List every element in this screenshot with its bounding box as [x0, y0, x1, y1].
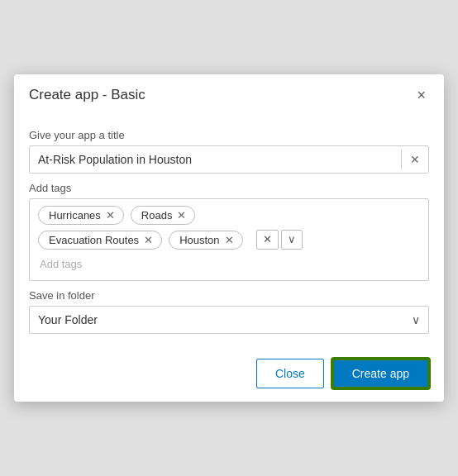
tags-row-2: Evacuation Routes ✕ Houston ✕ ✕ ∨ — [38, 230, 420, 250]
tags-row-1: Hurricanes ✕ Roads ✕ — [38, 206, 420, 225]
tag-evacuation-routes: Evacuation Routes ✕ — [38, 231, 162, 250]
title-input-row: ✕ — [29, 145, 429, 174]
tags-right-controls: ✕ ∨ — [256, 230, 303, 250]
clear-all-tags-button[interactable]: ✕ — [256, 230, 279, 250]
remove-tag-roads-button[interactable]: ✕ — [177, 210, 186, 221]
tag-houston: Houston ✕ — [169, 231, 242, 250]
tags-field-label: Add tags — [29, 182, 429, 194]
dialog-header: Create app - Basic × — [14, 74, 444, 112]
tag-roads-label: Roads — [141, 209, 173, 221]
add-tags-placeholder[interactable]: Add tags — [38, 255, 420, 274]
dialog-title: Create app - Basic — [29, 87, 146, 103]
app-title-input[interactable] — [30, 146, 401, 173]
dialog-body: Give your app a title ✕ Add tags Hurrica… — [14, 112, 444, 347]
tag-houston-label: Houston — [179, 234, 219, 246]
tags-box: Hurricanes ✕ Roads ✕ Evacuation Routes ✕ — [29, 198, 429, 281]
dialog-footer: Close Create app — [14, 347, 444, 402]
folder-chevron-icon: ∨ — [412, 313, 420, 326]
tags-row-2-inner: Evacuation Routes ✕ Houston ✕ ✕ ∨ — [38, 230, 420, 250]
folder-select-row[interactable]: Your Folder ∨ — [29, 306, 429, 334]
clear-title-button[interactable]: ✕ — [401, 150, 428, 169]
create-app-button[interactable]: Create app — [332, 359, 429, 388]
expand-tags-button[interactable]: ∨ — [281, 230, 303, 250]
tag-roads: Roads ✕ — [131, 206, 196, 225]
remove-tag-evacuation-button[interactable]: ✕ — [144, 235, 153, 245]
remove-tag-houston-button[interactable]: ✕ — [225, 235, 234, 245]
title-field-label: Give your app a title — [29, 129, 429, 141]
dialog-subtitle-text: Basic — [111, 87, 146, 102]
remove-tag-hurricanes-button[interactable]: ✕ — [106, 210, 115, 221]
close-button[interactable]: Close — [256, 359, 324, 388]
dialog-close-icon[interactable]: × — [413, 86, 429, 104]
tag-hurricanes: Hurricanes ✕ — [38, 206, 124, 225]
folder-select-value: Your Folder — [38, 313, 98, 326]
tag-evacuation-label: Evacuation Routes — [49, 234, 139, 246]
dialog-title-text: Create app — [29, 87, 98, 102]
create-app-dialog: Create app - Basic × Give your app a tit… — [14, 74, 444, 402]
folder-field-label: Save in folder — [29, 289, 429, 302]
tag-hurricanes-label: Hurricanes — [49, 209, 101, 221]
